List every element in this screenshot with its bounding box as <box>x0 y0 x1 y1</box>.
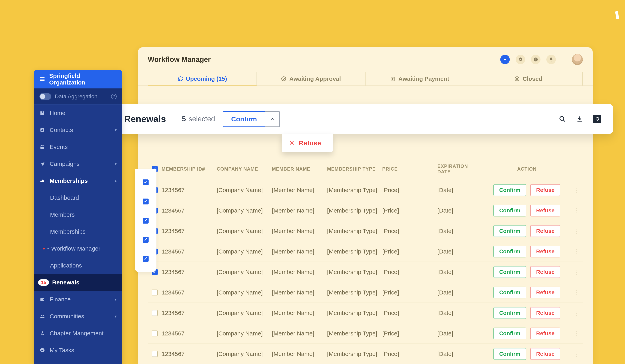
nav-home[interactable]: Home <box>34 105 122 121</box>
row-confirm-button[interactable]: Confirm <box>493 205 526 216</box>
cell-member: [Member Name] <box>272 330 327 337</box>
nav-memberships-sub[interactable]: Memberships <box>34 223 122 240</box>
row-checkbox[interactable] <box>143 199 149 205</box>
row-checkbox[interactable] <box>152 351 158 357</box>
row-menu-button[interactable]: ⋮ <box>571 330 583 337</box>
row-confirm-button[interactable]: Confirm <box>493 225 526 237</box>
svg-rect-1 <box>535 59 536 61</box>
help-icon[interactable]: ? <box>111 94 117 99</box>
bulk-action-dropdown-toggle[interactable] <box>265 111 280 127</box>
nav-workflow-manager[interactable]: ▾ Workflow Manager <box>34 240 122 257</box>
row-refuse-button[interactable]: Refuse <box>530 328 560 339</box>
row-checkbox[interactable] <box>152 310 158 316</box>
nav-campaigns[interactable]: Campaigns ▾ <box>34 155 122 172</box>
bulk-refuse-option[interactable]: ✕ Refuse <box>282 134 333 152</box>
row-checkbox[interactable] <box>152 290 158 296</box>
nav-applications[interactable]: Applications <box>34 257 122 274</box>
cell-company: [Company Name] <box>217 248 272 255</box>
row-menu-button[interactable]: ⋮ <box>571 207 583 214</box>
row-confirm-button[interactable]: Confirm <box>493 328 526 339</box>
svg-point-18 <box>43 315 44 316</box>
nav-label: Communities <box>50 313 84 320</box>
calendar-icon <box>39 144 45 150</box>
svg-point-19 <box>42 332 43 332</box>
row-confirm-button[interactable]: Confirm <box>493 266 526 278</box>
row-menu-button[interactable]: ⋮ <box>571 268 583 276</box>
row-menu-button[interactable]: ⋮ <box>571 289 583 296</box>
chevron-down-icon: ▾ <box>115 161 117 166</box>
row-menu-button[interactable]: ⋮ <box>571 309 583 317</box>
chevron-up-icon <box>270 117 275 121</box>
table-settings-button[interactable] <box>593 115 601 123</box>
bulk-confirm-button[interactable]: Confirm <box>223 111 265 127</box>
nav-finance[interactable]: Finance ▾ <box>34 291 122 308</box>
cell-member: [Member Name] <box>272 228 327 234</box>
cell-company: [Company Name] <box>217 289 272 296</box>
tab-awaiting-payment[interactable]: Awaiting Payment <box>366 72 474 86</box>
status-tabs: Upcoming (15) Awaiting Approval Awaiting… <box>138 72 593 86</box>
nav-contacts[interactable]: Contacts ▾ <box>34 121 122 138</box>
row-confirm-button[interactable]: Confirm <box>493 287 526 298</box>
gear-icon <box>594 116 600 121</box>
table-header-row: MEMBERSHIP ID# COMPANY NAME MEMBER NAME … <box>148 161 583 180</box>
tab-upcoming[interactable]: Upcoming (15) <box>148 72 257 86</box>
row-refuse-button[interactable]: Refuse <box>530 266 560 278</box>
row-refuse-button[interactable]: Refuse <box>530 246 560 257</box>
row-refuse-button[interactable]: Refuse <box>530 225 560 237</box>
nav-label: My Tasks <box>50 347 74 354</box>
row-menu-button[interactable]: ⋮ <box>571 248 583 255</box>
search-button[interactable] <box>558 115 567 123</box>
cell-id: 1234567 <box>161 330 217 337</box>
row-refuse-button[interactable]: Refuse <box>530 287 560 298</box>
row-checkbox[interactable] <box>143 256 149 262</box>
row-menu-button[interactable]: ⋮ <box>571 227 583 235</box>
svg-rect-13 <box>41 145 42 146</box>
nav-dashboard[interactable]: Dashboard <box>34 189 122 206</box>
nav-communities[interactable]: Communities ▾ <box>34 308 122 325</box>
page-title: Workflow Manager <box>148 55 211 64</box>
cell-company: [Company Name] <box>217 187 272 193</box>
nav-label: Dashboard <box>50 194 79 201</box>
org-switcher[interactable]: Springfield Organization <box>34 70 122 89</box>
cell-type: [Membership Type] <box>327 187 382 193</box>
notifications-button[interactable] <box>546 55 556 64</box>
cell-exp: [Date] <box>438 228 483 234</box>
nav-renewals[interactable]: 15 Renewals <box>34 274 122 291</box>
add-button[interactable] <box>500 55 510 64</box>
settings-button[interactable] <box>516 55 525 64</box>
data-aggregation-toggle[interactable] <box>39 93 51 100</box>
row-menu-button[interactable]: ⋮ <box>571 186 583 194</box>
row-confirm-button[interactable]: Confirm <box>493 246 526 257</box>
send-icon <box>39 161 45 167</box>
avatar[interactable] <box>572 54 583 65</box>
row-checkbox[interactable] <box>143 180 149 185</box>
nav-chapter-management[interactable]: Chapter Mangement <box>34 325 122 342</box>
cell-price: [Price] <box>382 207 438 214</box>
cell-price: [Price] <box>382 330 438 337</box>
tab-closed[interactable]: Closed <box>474 72 583 86</box>
row-confirm-button[interactable]: Confirm <box>493 307 526 319</box>
row-refuse-button[interactable]: Refuse <box>530 184 560 196</box>
tab-awaiting-approval[interactable]: Awaiting Approval <box>257 72 366 86</box>
nav-label: Members <box>50 211 75 218</box>
row-menu-button[interactable]: ⋮ <box>571 350 583 358</box>
row-confirm-button[interactable]: Confirm <box>493 184 526 196</box>
close-icon: ✕ <box>289 139 294 147</box>
row-checkbox[interactable] <box>152 331 158 336</box>
info-button[interactable] <box>531 55 540 64</box>
search-icon <box>559 116 566 122</box>
contacts-icon <box>39 127 45 133</box>
row-refuse-button[interactable]: Refuse <box>530 307 560 319</box>
row-refuse-button[interactable]: Refuse <box>530 348 560 360</box>
download-button[interactable] <box>575 115 584 123</box>
nav-my-tasks[interactable]: My Tasks <box>34 342 122 359</box>
nav-events[interactable]: Events <box>34 138 122 155</box>
nav-label: Contacts <box>50 127 73 133</box>
col-header-exp: EXPIRATION DATE <box>438 163 483 175</box>
row-confirm-button[interactable]: Confirm <box>493 348 526 360</box>
nav-memberships[interactable]: Memberships ▴ <box>34 172 122 189</box>
row-refuse-button[interactable]: Refuse <box>530 205 560 216</box>
row-checkbox[interactable] <box>143 237 149 243</box>
nav-members[interactable]: Members <box>34 206 122 223</box>
row-checkbox[interactable] <box>143 218 149 224</box>
